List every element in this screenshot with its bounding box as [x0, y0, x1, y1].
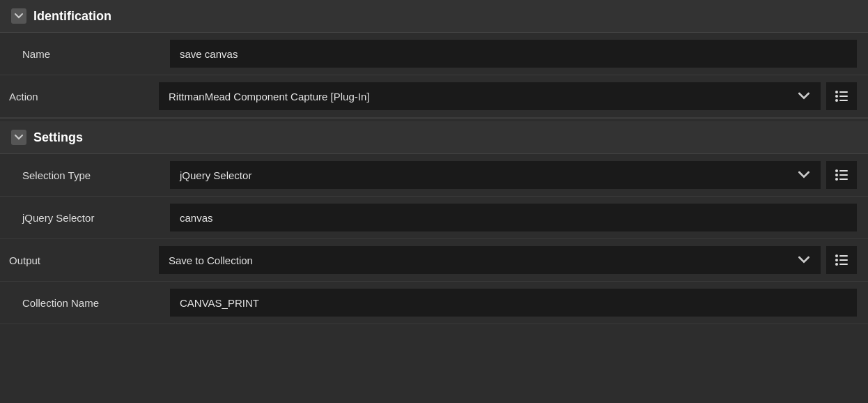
identification-section-header: Identification — [0, 0, 868, 33]
selection-type-dropdown[interactable]: jQuery Selector — [170, 161, 821, 189]
svg-rect-9 — [839, 174, 848, 176]
identification-body: Name save canvas Action RittmanMead Comp… — [0, 33, 868, 118]
output-value-cell: Save to Collection — [159, 246, 868, 274]
svg-rect-15 — [839, 259, 848, 261]
selection-type-dropdown-value: jQuery Selector — [180, 169, 251, 181]
selection-type-chevron-icon — [797, 168, 811, 182]
svg-point-10 — [835, 178, 838, 181]
settings-section: Settings Selection Type jQuery Selector — [0, 121, 868, 324]
action-dropdown-chevron-icon — [797, 89, 811, 103]
name-label: Name — [11, 48, 170, 60]
selection-type-value-cell: jQuery Selector — [170, 161, 868, 189]
svg-rect-1 — [839, 91, 848, 93]
name-row: Name save canvas — [0, 33, 868, 75]
svg-point-12 — [835, 254, 838, 257]
action-list-button[interactable] — [826, 82, 857, 110]
selection-type-label: Selection Type — [11, 169, 170, 181]
identification-collapse-button[interactable] — [11, 8, 26, 24]
svg-rect-13 — [839, 255, 848, 257]
action-dropdown[interactable]: RittmanMead Component Capture [Plug-In] — [159, 82, 821, 110]
collection-name-value: CANVAS_PRINT — [170, 289, 857, 317]
section-divider — [0, 118, 868, 119]
svg-point-0 — [835, 91, 838, 93]
action-dropdown-value: RittmanMead Component Capture [Plug-In] — [169, 91, 369, 102]
settings-collapse-button[interactable] — [11, 130, 26, 145]
name-value-cell: save canvas — [170, 40, 868, 68]
svg-point-16 — [835, 263, 838, 266]
action-row: Action RittmanMead Component Capture [Pl… — [0, 75, 868, 118]
jquery-selector-value-cell: canvas — [170, 204, 868, 231]
collection-name-label: Collection Name — [11, 297, 170, 309]
settings-body: Selection Type jQuery Selector — [0, 154, 868, 324]
svg-rect-5 — [839, 100, 848, 101]
output-chevron-icon — [797, 253, 811, 267]
jquery-selector-value: canvas — [170, 204, 857, 231]
jquery-selector-row: jQuery Selector canvas — [0, 197, 868, 239]
main-panel: Identification Name save canvas Action R… — [0, 0, 868, 324]
output-list-button[interactable] — [826, 246, 857, 274]
identification-title: Identification — [33, 9, 111, 24]
collection-name-value-cell: CANVAS_PRINT — [170, 289, 868, 317]
svg-point-4 — [835, 99, 838, 102]
output-label: Output — [0, 254, 159, 266]
selection-type-row: Selection Type jQuery Selector — [0, 154, 868, 197]
svg-point-8 — [835, 174, 838, 176]
svg-rect-11 — [839, 178, 848, 180]
svg-point-6 — [835, 169, 838, 172]
output-dropdown[interactable]: Save to Collection — [159, 246, 821, 274]
output-row: Output Save to Collection — [0, 239, 868, 282]
svg-rect-3 — [839, 96, 848, 97]
settings-section-header: Settings — [0, 121, 868, 154]
svg-point-2 — [835, 95, 838, 98]
collection-name-row: Collection Name CANVAS_PRINT — [0, 282, 868, 324]
action-label: Action — [0, 91, 159, 102]
settings-title: Settings — [33, 130, 83, 145]
selection-type-list-button[interactable] — [826, 161, 857, 189]
jquery-selector-label: jQuery Selector — [11, 212, 170, 224]
svg-rect-17 — [839, 264, 848, 265]
name-value: save canvas — [170, 40, 857, 68]
svg-point-14 — [835, 259, 838, 261]
output-dropdown-value: Save to Collection — [169, 254, 253, 266]
svg-rect-7 — [839, 170, 848, 172]
action-value-cell: RittmanMead Component Capture [Plug-In] — [159, 82, 868, 110]
